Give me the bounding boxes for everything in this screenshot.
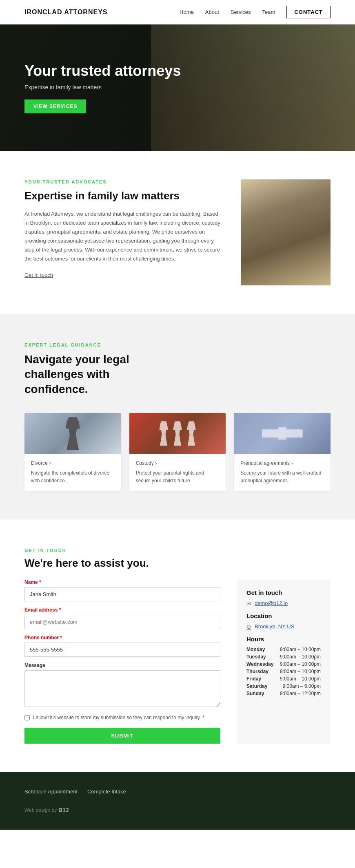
kids-figures-icon bbox=[158, 421, 197, 446]
hours-row: Friday9:00am – 10:00pm bbox=[246, 676, 321, 682]
footer-web-design-text: Web design by bbox=[24, 807, 57, 813]
handshake-figure-icon bbox=[262, 423, 303, 444]
nav-team[interactable]: Team bbox=[262, 9, 275, 15]
email-field-group: Email address * bbox=[24, 607, 220, 629]
message-label: Message bbox=[24, 663, 220, 668]
hours-container: Monday9:00am – 10:00pmTuesday9:00am – 10… bbox=[246, 647, 321, 696]
about-section: YOUR TRUSTED ADVOCATES Expertise in fami… bbox=[0, 151, 355, 314]
navigation: IRONCLAD ATTORNEYS Home About Services T… bbox=[0, 0, 355, 24]
footer-b12-brand: B12 bbox=[58, 807, 69, 813]
service-card-custody[interactable]: Custody › Protect your parental rights a… bbox=[129, 413, 226, 490]
email-input[interactable] bbox=[24, 615, 220, 629]
hours-day: Sunday bbox=[246, 691, 279, 696]
contact-form-column: Name * Email address * Phone number * bbox=[24, 579, 220, 744]
custody-card-desc: Protect your parental rights and secure … bbox=[136, 469, 220, 485]
message-textarea[interactable] bbox=[24, 670, 220, 707]
message-field-group: Message bbox=[24, 663, 220, 708]
hours-time: 9:00am – 12:00pm bbox=[280, 691, 321, 696]
services-cards: Divorce › Navigate the complexities of d… bbox=[24, 413, 331, 490]
nav-contact-button[interactable]: CONTACT bbox=[286, 6, 331, 18]
custody-card-title: Custody › bbox=[136, 459, 220, 466]
submit-button[interactable]: SUBMIT bbox=[24, 728, 220, 744]
about-body: At Ironclad Attorneys, we understand tha… bbox=[24, 210, 220, 264]
consent-required-marker: * bbox=[202, 715, 204, 720]
service-card-prenuptial[interactable]: Prenuptial agreements › Secure your futu… bbox=[234, 413, 331, 490]
about-image-inner bbox=[241, 179, 331, 285]
contact-tag: GET IN TOUCH bbox=[24, 548, 331, 553]
hours-row: Thursday9:00am – 10:00pm bbox=[246, 669, 321, 674]
name-label: Name * bbox=[24, 579, 220, 585]
hours-time: 9:00am – 10:00pm bbox=[280, 647, 321, 652]
hours-day: Wednesday bbox=[246, 661, 279, 667]
divorce-card-image bbox=[24, 413, 121, 454]
about-text: YOUR TRUSTED ADVOCATES Expertise in fami… bbox=[24, 179, 220, 278]
hours-day: Friday bbox=[246, 676, 279, 682]
contact-section: GET IN TOUCH We're here to assist you. N… bbox=[0, 519, 355, 772]
hours-day: Saturday bbox=[246, 683, 279, 689]
nav-links: Home About Services Team CONTACT bbox=[180, 6, 331, 18]
footer-bottom: Web design by B12 bbox=[24, 807, 331, 813]
hours-time: 9:00am – 10:00pm bbox=[280, 676, 321, 682]
hours-time: 9:00am – 6:00pm bbox=[283, 683, 321, 689]
name-input[interactable] bbox=[24, 587, 220, 601]
phone-required-marker: * bbox=[60, 635, 62, 641]
services-section: EXPERT LEGAL GUIDANCE Navigate your lega… bbox=[0, 314, 355, 519]
custody-card-body: Custody › Protect your parental rights a… bbox=[129, 454, 226, 490]
service-card-divorce[interactable]: Divorce › Navigate the complexities of d… bbox=[24, 413, 121, 490]
hours-row: Tuesday9:00am – 10:00pm bbox=[246, 654, 321, 660]
prenuptial-card-body: Prenuptial agreements › Secure your futu… bbox=[234, 454, 331, 490]
hours-time: 9:00am – 10:00pm bbox=[280, 654, 321, 660]
site-logo: IRONCLAD ATTORNEYS bbox=[24, 9, 107, 16]
prenuptial-card-image bbox=[234, 413, 331, 454]
name-field-group: Name * bbox=[24, 579, 220, 601]
info-location-link[interactable]: Brooklyn, NY US bbox=[255, 623, 294, 629]
contact-info-column: Get in touch ✉ demo@b12.io Location ⊙ Br… bbox=[237, 579, 331, 744]
custody-card-image bbox=[129, 413, 226, 454]
nav-about[interactable]: About bbox=[205, 9, 219, 15]
services-tag: EXPERT LEGAL GUIDANCE bbox=[24, 342, 331, 347]
consent-checkbox[interactable] bbox=[24, 715, 30, 720]
divorce-arrow-icon: › bbox=[49, 460, 51, 466]
info-location-title: Location bbox=[246, 612, 321, 619]
hero-title: Your trusted attorneys bbox=[24, 62, 181, 80]
hours-title: Hours bbox=[246, 636, 321, 643]
consent-checkbox-row: I allow this website to store my submiss… bbox=[24, 714, 220, 721]
email-required-marker: * bbox=[59, 607, 61, 613]
hero-content: Your trusted attorneys Expertise in fami… bbox=[0, 62, 205, 113]
nav-services[interactable]: Services bbox=[231, 9, 251, 15]
footer-intake-link[interactable]: Complete Intake bbox=[87, 788, 126, 795]
about-get-in-touch-link[interactable]: Get in touch bbox=[24, 272, 53, 278]
about-image bbox=[241, 179, 331, 285]
footer-schedule-link[interactable]: Schedule Appointment bbox=[24, 788, 78, 795]
footer-links: Schedule Appointment Complete Intake bbox=[24, 788, 331, 795]
hours-day: Tuesday bbox=[246, 654, 279, 660]
divorce-card-desc: Navigate the complexities of divorce wit… bbox=[31, 469, 115, 485]
woman-figure-icon bbox=[62, 417, 83, 450]
info-location-row: ⊙ Brooklyn, NY US bbox=[246, 623, 321, 630]
services-title: Navigate your legal challenges with conf… bbox=[24, 352, 171, 397]
divorce-card-title: Divorce › bbox=[31, 459, 115, 466]
hours-row: Sunday9:00am – 12:00pm bbox=[246, 691, 321, 696]
contact-inner: Name * Email address * Phone number * bbox=[24, 579, 331, 744]
email-label: Email address * bbox=[24, 607, 220, 613]
name-required-marker: * bbox=[39, 579, 41, 585]
hero-cta-button[interactable]: VIEW SERVICES bbox=[24, 99, 86, 113]
prenuptial-arrow-icon: › bbox=[291, 460, 293, 466]
phone-label: Phone number * bbox=[24, 635, 220, 641]
about-tag: YOUR TRUSTED ADVOCATES bbox=[24, 179, 220, 184]
footer: Schedule Appointment Complete Intake Web… bbox=[0, 772, 355, 830]
hours-day: Monday bbox=[246, 647, 279, 652]
custody-arrow-icon: › bbox=[155, 460, 157, 466]
email-icon: ✉ bbox=[246, 600, 251, 607]
contact-title: We're here to assist you. bbox=[24, 557, 331, 570]
phone-input[interactable] bbox=[24, 643, 220, 657]
hero-section: Your trusted attorneys Expertise in fami… bbox=[0, 24, 355, 151]
info-email-link[interactable]: demo@b12.io bbox=[255, 600, 288, 606]
info-email-row: ✉ demo@b12.io bbox=[246, 600, 321, 607]
prenuptial-card-desc: Secure your future with a well-crafted p… bbox=[240, 469, 324, 485]
hours-time: 9:00am – 10:00pm bbox=[280, 669, 321, 674]
nav-home[interactable]: Home bbox=[180, 9, 194, 15]
hours-day: Thursday bbox=[246, 669, 279, 674]
hours-row: Saturday9:00am – 6:00pm bbox=[246, 683, 321, 689]
consent-label: I allow this website to store my submiss… bbox=[33, 714, 204, 721]
